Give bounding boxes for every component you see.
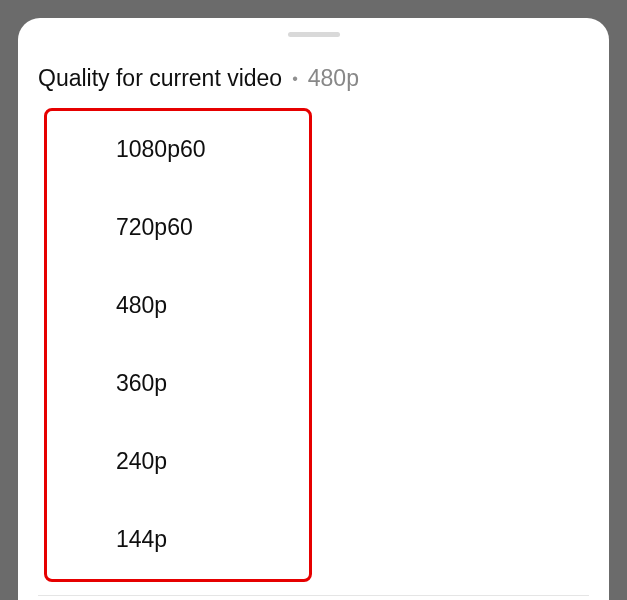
sheet-title: Quality for current video [38, 65, 282, 92]
quality-options-container: 1080p60 720p60 480p 360p 240p 144p [38, 110, 589, 578]
option-label: 240p [116, 448, 167, 475]
quality-option-1080p60[interactable]: 1080p60 [116, 110, 589, 188]
option-label: 480p [116, 292, 167, 319]
drag-handle[interactable] [288, 32, 340, 37]
quality-option-144p[interactable]: 144p [116, 500, 589, 578]
sheet-header: Quality for current video • 480p [18, 65, 609, 110]
option-label: 1080p60 [116, 136, 206, 163]
divider [38, 595, 589, 596]
option-label: 720p60 [116, 214, 193, 241]
quality-option-240p[interactable]: 240p [116, 422, 589, 500]
option-label: 360p [116, 370, 167, 397]
quality-option-480p[interactable]: 480p [116, 266, 589, 344]
quality-bottom-sheet: Quality for current video • 480p 1080p60… [18, 18, 609, 600]
quality-options-list: 1080p60 720p60 480p 360p 240p 144p [38, 110, 589, 578]
current-quality-value: 480p [308, 65, 359, 92]
quality-option-720p60[interactable]: 720p60 [116, 188, 589, 266]
separator-dot: • [292, 70, 298, 88]
option-label: 144p [116, 526, 167, 553]
quality-option-360p[interactable]: 360p [116, 344, 589, 422]
